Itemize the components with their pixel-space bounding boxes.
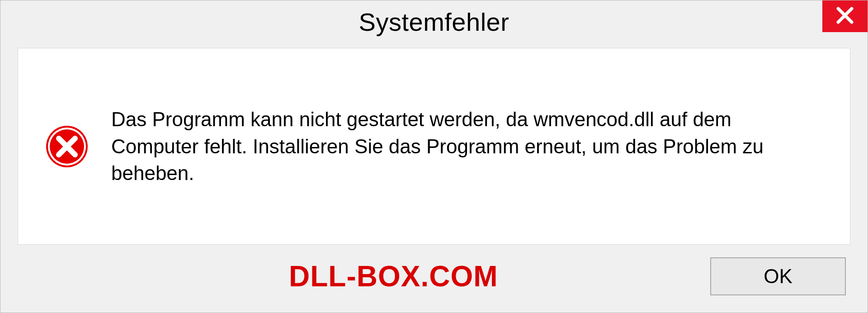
dialog-title: Systemfehler — [359, 7, 509, 37]
error-message: Das Programm kann nicht gestartet werden… — [111, 106, 823, 186]
watermark-text: DLL-BOX.COM — [289, 260, 498, 293]
dialog-footer: DLL-BOX.COM OK — [0, 254, 868, 313]
ok-button[interactable]: OK — [710, 257, 846, 295]
close-icon — [835, 6, 854, 27]
error-icon — [45, 125, 89, 168]
titlebar: Systemfehler — [0, 0, 868, 43]
error-dialog: Systemfehler Das Programm kann nicht ges… — [0, 0, 868, 313]
close-button[interactable] — [822, 0, 868, 32]
content-panel: Das Programm kann nicht gestartet werden… — [18, 48, 850, 245]
